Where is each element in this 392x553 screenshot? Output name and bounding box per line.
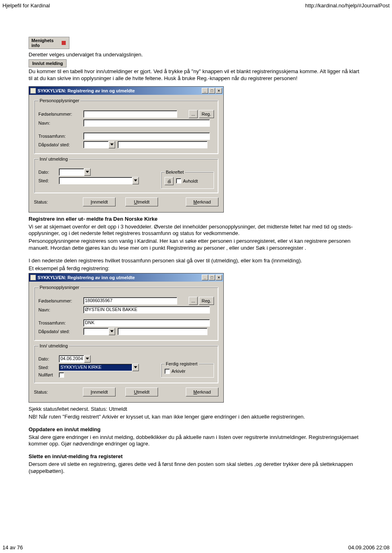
fieldset-legend: Personopplysninger bbox=[38, 285, 80, 290]
navn-label: Navn: bbox=[38, 307, 83, 312]
paragraph-1: Deretter velges undervalget fra underval… bbox=[29, 51, 363, 58]
innmeldt-button[interactable]: Innmeldt bbox=[83, 197, 116, 206]
heading-oppdatere: Oppdatere en inn/ut melding bbox=[29, 426, 100, 432]
menu-label: Menighets info bbox=[31, 38, 53, 48]
chevron-down-icon bbox=[134, 366, 137, 368]
registrering-dialog-empty: SYKKYLVEN: Registrering av inn og utmeld… bbox=[29, 86, 224, 213]
page-header-left: Hjelpefil for Kardinal bbox=[2, 2, 50, 9]
trossamfunn-label: Trossamfunn: bbox=[38, 320, 83, 325]
paragraph-10: Dersom dere vil slette en registrering, … bbox=[29, 461, 363, 475]
page-footer-right: 04.09.2006 22:08 bbox=[348, 544, 390, 551]
sted-dropdown[interactable] bbox=[132, 177, 139, 184]
reg-button[interactable]: Reg. bbox=[199, 110, 214, 118]
app-icon bbox=[30, 275, 36, 280]
paragraph-9: Skal dere gjøre endringer i en inn/ut me… bbox=[29, 434, 363, 448]
innmeldt-button[interactable]: Innmeldt bbox=[83, 387, 116, 396]
close-button[interactable]: × bbox=[216, 88, 222, 94]
app-icon bbox=[30, 88, 36, 94]
dato-dropdown[interactable] bbox=[84, 168, 91, 176]
close-icon bbox=[62, 41, 66, 45]
merknad-button[interactable]: Merknad bbox=[186, 387, 218, 396]
dato-input[interactable]: 04.06.2004 bbox=[59, 355, 84, 363]
fieldset-legend: Personopplysninger bbox=[38, 98, 80, 103]
dato-label: Dato: bbox=[38, 356, 59, 361]
avholdt-label: Avholdt bbox=[183, 179, 198, 184]
dapsdato-dropdown[interactable] bbox=[109, 141, 115, 148]
reg-button[interactable]: Reg. bbox=[199, 297, 214, 305]
fieldset-legend: Bekreftet bbox=[165, 170, 185, 175]
merknad-button[interactable]: Merknad bbox=[186, 197, 218, 206]
menighets-info-button[interactable]: Menighets info bbox=[29, 37, 69, 49]
dialog-title: SYKKYLVEN: Registrering av inn og utmeld… bbox=[38, 88, 202, 93]
dato-dropdown[interactable] bbox=[84, 355, 91, 363]
browse-button[interactable]: ... bbox=[189, 110, 198, 118]
dapsdato-dropdown[interactable] bbox=[109, 328, 115, 335]
maximize-button[interactable]: □ bbox=[209, 88, 215, 94]
maximize-button[interactable]: □ bbox=[209, 275, 215, 280]
arkiver-label: Arkivèr bbox=[172, 369, 185, 374]
personopplysninger-fieldset: Personopplysninger Fødselsnummer: ... Re… bbox=[34, 98, 218, 154]
dialog-titlebar: SYKKYLVEN: Registrering av inn og utmeld… bbox=[29, 273, 223, 282]
fodselsnummer-label: Fødselsnummer: bbox=[38, 112, 83, 116]
paragraph-7: Sjekk statusfeltet nederst. Status: Utme… bbox=[29, 406, 363, 413]
fodselsnummer-label: Fødselsnummer: bbox=[38, 298, 83, 303]
sted-input[interactable] bbox=[59, 177, 132, 184]
ferdig-registrert-fieldset: Ferdig registrert Arkivèr bbox=[161, 361, 214, 378]
chevron-down-icon bbox=[110, 143, 114, 146]
inn-utmelding-fieldset: Inn/ utmelding Dato: Sted: bbox=[34, 157, 218, 193]
close-button[interactable]: × bbox=[216, 275, 222, 280]
sted-label: Sted: bbox=[38, 178, 59, 183]
fieldset-legend: Inn/ utmelding bbox=[38, 157, 69, 161]
dapsdato-sted-label: Dåpsdato/ sted: bbox=[38, 142, 83, 147]
dapssted-input[interactable] bbox=[118, 328, 207, 335]
chevron-down-icon bbox=[134, 179, 137, 181]
fieldset-legend: Ferdig registrert bbox=[165, 361, 199, 366]
dialog-title: SYKKYLVEN: Registrering av inn og utmeld… bbox=[38, 275, 202, 280]
trossamfunn-input[interactable]: DNK bbox=[83, 319, 210, 327]
browse-button[interactable]: ... bbox=[189, 297, 198, 305]
utmeldt-button[interactable]: Utmeldt bbox=[125, 197, 158, 206]
navn-input[interactable] bbox=[83, 119, 210, 127]
registrering-dialog-filled: SYKKYLVEN: Registrering av inn og utmeld… bbox=[29, 273, 224, 403]
bekreftet-fieldset: Bekreftet 🖨 Avholdt bbox=[161, 170, 214, 189]
arkiver-checkbox[interactable] bbox=[165, 369, 170, 374]
sted-dropdown[interactable] bbox=[132, 364, 139, 371]
status-label: Status: bbox=[34, 199, 62, 204]
paragraph-5: I den nederste delen registreres hvilket… bbox=[29, 257, 363, 264]
dapssted-input[interactable] bbox=[118, 141, 207, 148]
trossamfunn-label: Trossamfunn: bbox=[38, 134, 83, 139]
page-header-right: http://kardinal.no/hjelp/#JournalPost bbox=[305, 2, 390, 9]
chevron-down-icon bbox=[86, 171, 89, 173]
minimize-button[interactable]: _ bbox=[202, 275, 208, 280]
paragraph-8: NB! Når ruten "Ferdig reistrert" Arkivèr… bbox=[29, 414, 363, 421]
navn-input[interactable]: ØYSTEIN OLSEN BAKKE bbox=[83, 306, 210, 313]
nullfort-label: Nullført bbox=[38, 372, 59, 377]
personopplysninger-fieldset: Personopplysninger Fødselsnummer: 180860… bbox=[34, 285, 218, 341]
dapsdato-sted-label: Dåpsdato/ sted: bbox=[38, 329, 83, 334]
heading-slette: Slette en inn/ut-melding fra registeret bbox=[29, 453, 122, 459]
paragraph-4: Personopplysningene registreres som vanl… bbox=[29, 238, 363, 252]
fodselsnummer-input[interactable]: 18086035967 bbox=[83, 297, 177, 304]
dapsdato-input[interactable] bbox=[83, 141, 109, 148]
nullfort-checkbox[interactable] bbox=[59, 372, 64, 378]
inn-ut-melding-button[interactable]: Inn/ut melding bbox=[29, 59, 67, 67]
chevron-down-icon bbox=[86, 358, 89, 360]
sted-input[interactable]: SYKKYLVEN KIRKE bbox=[59, 364, 132, 371]
dato-input[interactable] bbox=[59, 168, 84, 176]
avholdt-checkbox[interactable] bbox=[176, 178, 181, 184]
navn-label: Navn: bbox=[38, 121, 83, 125]
trossamfunn-input[interactable] bbox=[83, 132, 210, 140]
print-icon[interactable]: 🖨 bbox=[165, 177, 174, 185]
inn-utmelding-fieldset: Inn/ utmelding Dato: 04.06.2004 Sted: SY… bbox=[34, 343, 218, 383]
fieldset-legend: Inn/ utmelding bbox=[38, 343, 69, 348]
sted-label: Sted: bbox=[38, 365, 59, 370]
paragraph-3: Vi ser at skjemaet ovenfor er delt opp i… bbox=[29, 224, 363, 237]
status-label: Status: bbox=[34, 390, 62, 394]
paragraph-6: Et eksempel på ferdig registrering: bbox=[29, 265, 363, 272]
minimize-button[interactable]: _ bbox=[202, 88, 208, 94]
chevron-down-icon bbox=[110, 330, 114, 332]
utmeldt-button[interactable]: Utmeldt bbox=[125, 387, 158, 396]
paragraph-2: Du kommer til en tabell hvor inn/utmeldi… bbox=[29, 68, 363, 82]
fodselsnummer-input[interactable] bbox=[83, 110, 177, 118]
dapsdato-input[interactable] bbox=[83, 328, 109, 335]
